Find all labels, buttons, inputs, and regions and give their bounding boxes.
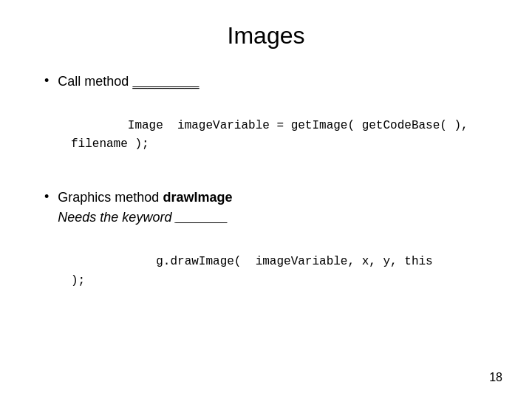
section-2: • Graphics method drawImage Needs the ke… xyxy=(44,188,488,309)
bullet-icon-2: • xyxy=(44,189,49,205)
code2-line2: ); xyxy=(71,274,85,287)
bullet2-underline: _______ xyxy=(175,210,227,225)
bullet2-italic: Needs the keyword xyxy=(58,210,175,225)
bullet-item-1: • Call method _________ xyxy=(44,72,488,92)
code1-line1: Image imageVariable = getImage( getCodeB… xyxy=(128,119,468,132)
bullet1-label: Call method xyxy=(58,74,132,89)
slide: Images • Call method _________ Image ima… xyxy=(0,0,532,399)
bullet2-label: Graphics method xyxy=(58,190,163,205)
code1-line2: filename ); xyxy=(71,137,149,151)
page-number: 18 xyxy=(489,371,502,384)
code2-line1: g.drawImage( imageVariable, x, y, this xyxy=(128,255,433,268)
bullet2-line1: Graphics method drawImage xyxy=(58,188,232,208)
bullet2-bold: drawImage xyxy=(163,190,232,205)
bullet-text-2: Graphics method drawImage Needs the keyw… xyxy=(58,188,232,228)
section-1: • Call method _________ Image imageVaria… xyxy=(44,72,488,173)
code-block-2: g.drawImage( imageVariable, x, y, this )… xyxy=(71,233,488,309)
bullet-text-1: Call method _________ xyxy=(58,72,199,92)
slide-title: Images xyxy=(44,22,488,50)
bullet1-underline: _________ xyxy=(132,74,199,89)
code-block-1: Image imageVariable = getImage( getCodeB… xyxy=(71,98,488,173)
bullet-icon-1: • xyxy=(44,73,49,89)
content-area: • Call method _________ Image imageVaria… xyxy=(44,72,488,310)
bullet-item-2: • Graphics method drawImage Needs the ke… xyxy=(44,188,488,228)
bullet2-line2: Needs the keyword _______ xyxy=(58,208,232,228)
